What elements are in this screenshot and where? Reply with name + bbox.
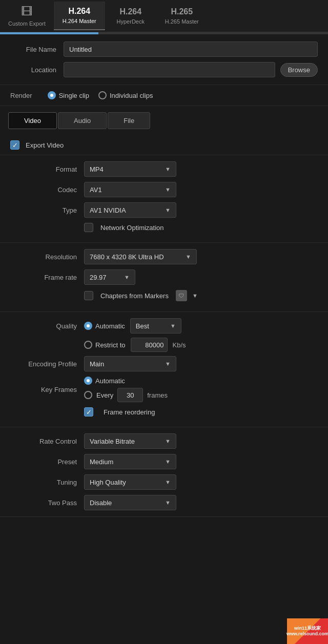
single-clip-radio[interactable] bbox=[48, 91, 56, 99]
frame-rate-row: Frame rate 29.97 ▼ bbox=[10, 269, 318, 285]
browse-button[interactable]: Browse bbox=[280, 63, 318, 77]
kf-auto-option[interactable]: Automatic bbox=[84, 377, 168, 385]
file-section: File Name Location Browse bbox=[0, 34, 328, 85]
frame-rate-dropdown-arrow: ▼ bbox=[124, 274, 130, 280]
type-dropdown[interactable]: AV1 NVIDIA ▼ bbox=[84, 202, 176, 218]
frame-rate-value: 29.97 bbox=[90, 274, 107, 281]
format-dropdown[interactable]: MP4 ▼ bbox=[84, 161, 176, 177]
format-dropdown-arrow: ▼ bbox=[165, 166, 171, 172]
quality-options: Automatic Best ▼ bbox=[84, 318, 181, 334]
resolution-dropdown[interactable]: 7680 x 4320 8K Ultra HD ▼ bbox=[84, 249, 197, 264]
tab-h265-master-label: H.265 Master bbox=[165, 18, 199, 25]
sub-tabs: Video Audio File bbox=[8, 112, 320, 129]
quality-best-arrow: ▼ bbox=[170, 323, 176, 329]
individual-clips-radio[interactable] bbox=[98, 91, 107, 99]
rate-control-arrow: ▼ bbox=[165, 438, 171, 444]
tuning-dropdown[interactable]: High Quality ▼ bbox=[84, 474, 176, 490]
rate-control-label: Rate Control bbox=[10, 438, 77, 445]
quality-auto-option[interactable]: Automatic bbox=[84, 322, 125, 330]
preset-dropdown[interactable]: Medium ▼ bbox=[84, 454, 176, 469]
h265-master-icon: H.265 bbox=[171, 7, 193, 16]
key-frames-options: Automatic Every frames bbox=[84, 377, 168, 402]
quality-label: Quality bbox=[10, 322, 77, 330]
file-name-input[interactable] bbox=[64, 41, 318, 57]
format-value: MP4 bbox=[90, 165, 104, 173]
codec-label: Codec bbox=[10, 186, 77, 194]
tabs-bar: 🎞 Custom Export H.264 H.264 Master H.264… bbox=[0, 0, 328, 32]
checkmark-icon: ✓ bbox=[12, 141, 18, 149]
frame-reorder-label: Frame reordering bbox=[104, 408, 155, 416]
kf-every-radio[interactable] bbox=[84, 391, 92, 399]
format-row: Format MP4 ▼ bbox=[10, 161, 318, 177]
chapters-checkbox[interactable] bbox=[84, 291, 93, 300]
preset-label: Preset bbox=[10, 458, 77, 466]
quality-automatic-row: Quality Automatic Best ▼ bbox=[10, 318, 318, 334]
individual-clips-option[interactable]: Individual clips bbox=[98, 91, 153, 99]
custom-export-icon: 🎞 bbox=[21, 5, 32, 18]
quality-section: Quality Automatic Best ▼ Restrict to Kb/… bbox=[0, 312, 328, 427]
restrict-row: Restrict to Kb/s bbox=[84, 338, 318, 352]
render-row: Render Single clip Individual clips bbox=[0, 85, 328, 106]
single-clip-option[interactable]: Single clip bbox=[48, 91, 89, 99]
chapters-arrow: ▼ bbox=[192, 293, 198, 299]
preset-arrow: ▼ bbox=[165, 459, 171, 465]
tuning-row: Tuning High Quality ▼ bbox=[10, 474, 318, 490]
hyperdeck-icon: H.264 bbox=[119, 7, 141, 16]
format-codec-section: Format MP4 ▼ Codec AV1 ▼ Type AV1 NVIDIA… bbox=[0, 155, 328, 243]
location-label: Location bbox=[10, 66, 56, 74]
kf-auto-label: Automatic bbox=[95, 377, 125, 385]
quality-auto-label: Automatic bbox=[95, 322, 125, 330]
tuning-value: High Quality bbox=[90, 479, 126, 486]
encoding-profile-value: Main bbox=[90, 360, 104, 368]
chapters-label: Chapters from Markers bbox=[100, 292, 169, 300]
two-pass-dropdown[interactable]: Disable ▼ bbox=[84, 495, 176, 510]
type-row: Type AV1 NVIDIA ▼ bbox=[10, 202, 318, 218]
frame-rate-label: Frame rate bbox=[10, 274, 77, 281]
restrict-option[interactable]: Restrict to bbox=[84, 341, 126, 349]
network-opt-label: Network Optimization bbox=[100, 224, 164, 232]
export-video-checkbox[interactable]: ✓ bbox=[10, 140, 19, 150]
codec-dropdown-arrow: ▼ bbox=[165, 186, 171, 193]
rate-control-dropdown[interactable]: Variable Bitrate ▼ bbox=[84, 433, 176, 449]
resolution-dropdown-arrow: ▼ bbox=[186, 254, 191, 260]
tab-h264-master[interactable]: H.264 H.264 Master bbox=[54, 2, 105, 30]
tab-custom-export[interactable]: 🎞 Custom Export bbox=[0, 0, 54, 32]
individual-clips-label: Individual clips bbox=[110, 92, 153, 99]
encoding-profile-arrow: ▼ bbox=[165, 361, 171, 367]
encoding-profile-dropdown[interactable]: Main ▼ bbox=[84, 356, 176, 371]
single-clip-label: Single clip bbox=[59, 92, 89, 99]
location-input[interactable] bbox=[64, 62, 275, 77]
codec-dropdown[interactable]: AV1 ▼ bbox=[84, 182, 176, 197]
type-dropdown-arrow: ▼ bbox=[165, 207, 171, 213]
sub-tab-file[interactable]: File bbox=[108, 112, 150, 129]
network-opt-checkbox[interactable] bbox=[84, 223, 93, 232]
encoding-profile-row: Encoding Profile Main ▼ bbox=[10, 356, 318, 371]
two-pass-label: Two Pass bbox=[10, 499, 77, 507]
tab-h265-master[interactable]: H.265 H.265 Master bbox=[156, 2, 208, 30]
tab-custom-export-label: Custom Export bbox=[8, 20, 46, 27]
watermark-icon: 🛡 bbox=[176, 290, 187, 301]
codec-row: Codec AV1 ▼ bbox=[10, 182, 318, 197]
preset-row: Preset Medium ▼ bbox=[10, 454, 318, 469]
type-value: AV1 NVIDIA bbox=[90, 206, 126, 214]
restrict-input[interactable] bbox=[131, 338, 168, 352]
quality-best-dropdown[interactable]: Best ▼ bbox=[130, 318, 181, 334]
restrict-radio[interactable] bbox=[84, 341, 92, 349]
encoding-profile-label: Encoding Profile bbox=[10, 360, 77, 368]
kf-auto-radio[interactable] bbox=[84, 377, 92, 385]
tab-hyperdeck[interactable]: H.264 HyperDeck bbox=[105, 2, 156, 30]
chapters-row: Chapters from Markers 🛡 ▼ bbox=[84, 290, 318, 301]
sub-tab-audio[interactable]: Audio bbox=[58, 112, 107, 129]
export-video-label: Export Video bbox=[26, 141, 64, 149]
sub-tab-video[interactable]: Video bbox=[8, 112, 57, 129]
network-opt-row: Network Optimization bbox=[84, 223, 318, 232]
two-pass-row: Two Pass Disable ▼ bbox=[10, 495, 318, 510]
frame-reorder-checkbox[interactable]: ✓ bbox=[84, 407, 93, 417]
frame-rate-dropdown[interactable]: 29.97 ▼ bbox=[84, 269, 135, 285]
render-radio-group: Single clip Individual clips bbox=[48, 91, 153, 99]
quality-auto-radio[interactable] bbox=[84, 322, 92, 330]
location-row: Location Browse bbox=[10, 62, 318, 77]
tab-hyperdeck-label: HyperDeck bbox=[117, 18, 145, 25]
kf-every-input[interactable] bbox=[117, 388, 143, 402]
type-label: Type bbox=[10, 206, 77, 214]
